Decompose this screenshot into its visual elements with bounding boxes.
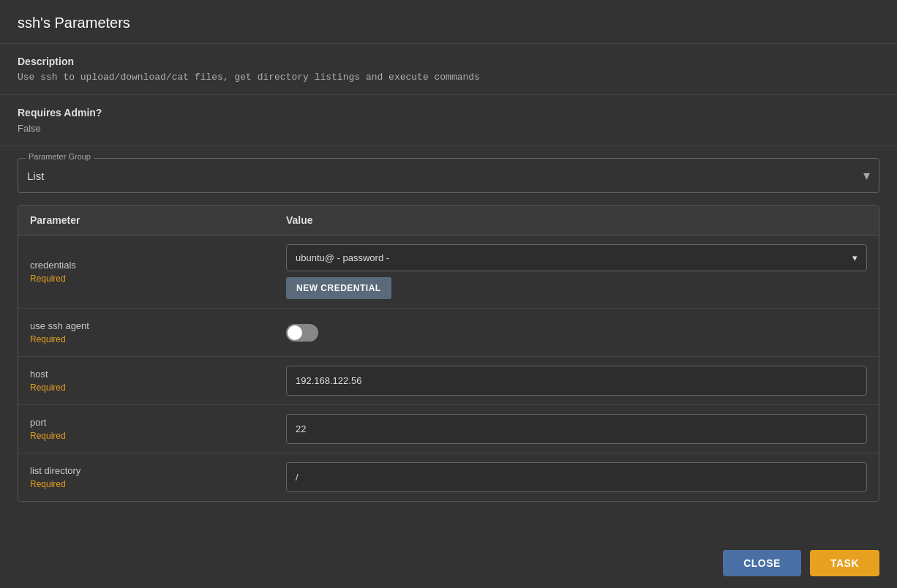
parameter-group-select[interactable]: List ▾ (27, 165, 870, 186)
table-row: port Required (18, 405, 879, 453)
table-row: list directory Required (18, 453, 879, 501)
param-name-list-directory: list directory (30, 465, 263, 476)
param-required-ssh-agent: Required (30, 334, 263, 344)
table-row: credentials Required ubuntu@ - password … (18, 235, 879, 309)
param-label-cell: port Required (18, 405, 274, 453)
param-value-cell-ssh-agent (274, 315, 879, 350)
description-value: Use ssh to upload/download/cat files, ge… (18, 72, 879, 83)
description-section: Description Use ssh to upload/download/c… (0, 44, 897, 95)
param-value-cell-list-directory (274, 453, 879, 501)
param-name-port: port (30, 417, 263, 428)
param-name-host: host (30, 369, 263, 380)
description-label: Description (18, 56, 879, 67)
list-directory-input[interactable] (286, 462, 867, 492)
param-label-cell: credentials Required (18, 248, 274, 295)
table-row: host Required (18, 357, 879, 405)
new-credential-button[interactable]: NEW CREDENTIAL (286, 277, 391, 299)
chevron-down-icon: ▾ (852, 252, 857, 263)
parameter-group-value: List (27, 170, 44, 182)
param-value-cell-host (274, 357, 879, 404)
parameter-group-section: Parameter Group List ▾ (0, 146, 897, 205)
credentials-dropdown[interactable]: ubuntu@ - password - ▾ (286, 244, 867, 271)
params-table: Parameter Value credentials Required ubu… (18, 205, 879, 502)
modal-footer: CLOSE TASK (0, 538, 897, 588)
parameter-group-container: Parameter Group List ▾ (18, 158, 879, 193)
modal-title: ssh's Parameters (0, 0, 897, 44)
param-required-credentials: Required (30, 274, 263, 284)
credentials-value: ubuntu@ - password - (296, 252, 389, 263)
param-value-cell-port (274, 405, 879, 453)
chevron-down-icon: ▾ (863, 167, 870, 184)
param-label-cell: host Required (18, 357, 274, 404)
requires-admin-label: Requires Admin? (18, 107, 879, 118)
param-label-cell: list directory Required (18, 453, 274, 501)
port-input[interactable] (286, 414, 867, 444)
close-button[interactable]: CLOSE (723, 550, 801, 576)
param-required-host: Required (30, 382, 263, 393)
param-name-credentials: credentials (30, 260, 263, 271)
ssh-agent-toggle[interactable] (286, 324, 318, 342)
parameter-group-label: Parameter Group (26, 152, 94, 161)
param-required-port: Required (30, 431, 263, 441)
param-label-cell: use ssh agent Required (18, 309, 274, 356)
requires-admin-value: False (18, 123, 879, 134)
params-table-header: Parameter Value (18, 206, 879, 235)
task-button[interactable]: TASK (810, 550, 879, 576)
requires-admin-section: Requires Admin? False (0, 95, 897, 146)
host-input[interactable] (286, 366, 867, 396)
col-parameter: Parameter (18, 206, 274, 235)
param-required-list-directory: Required (30, 479, 263, 489)
param-name-ssh-agent: use ssh agent (30, 320, 263, 331)
modal-container: ssh's Parameters Description Use ssh to … (0, 0, 897, 588)
col-value: Value (274, 206, 879, 235)
table-row: use ssh agent Required (18, 309, 879, 357)
toggle-knob (288, 325, 302, 340)
param-value-cell-credentials: ubuntu@ - password - ▾ NEW CREDENTIAL (274, 235, 879, 308)
